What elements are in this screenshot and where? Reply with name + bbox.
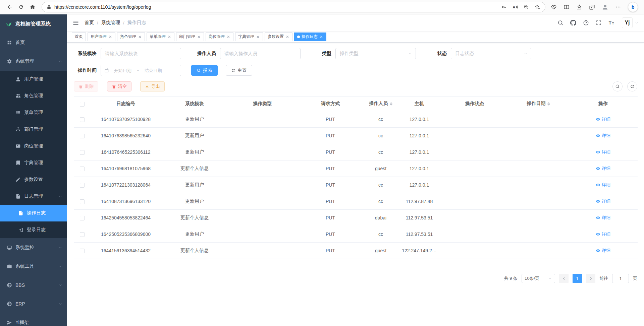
prev-page-button[interactable] (559, 274, 569, 283)
page-size-select[interactable]: 10条/页 (522, 274, 555, 283)
close-icon[interactable] (256, 35, 260, 39)
sidebar-item-sys-tools[interactable]: 系统工具 (0, 257, 67, 276)
fullscreen-icon[interactable] (596, 20, 602, 26)
sidebar-item-sys-monitor[interactable]: 系统监控 (0, 238, 67, 257)
row-checkbox[interactable] (80, 216, 85, 220)
detail-link[interactable]: 详细 (596, 215, 610, 221)
reset-button[interactable]: 重置 (226, 65, 252, 76)
breadcrumb-home[interactable]: 首页 (85, 20, 94, 26)
sidebar-item-yi-framework[interactable]: Yi框架 (0, 313, 67, 326)
browser-essentials-icon[interactable] (551, 4, 557, 10)
toggle-search-button[interactable] (612, 81, 623, 91)
browser-home-button[interactable] (27, 2, 38, 12)
read-aloud-icon[interactable] (512, 4, 518, 10)
row-checkbox[interactable] (80, 199, 85, 204)
row-checkbox[interactable] (80, 117, 85, 122)
col-operator-sortable[interactable]: 操作人员 (364, 96, 397, 111)
sidebar-item-post-mgmt[interactable]: 岗位管理 (0, 138, 67, 154)
detail-link[interactable]: 详细 (596, 166, 610, 172)
search-button[interactable]: 搜索 (191, 65, 218, 76)
goto-page-input[interactable] (612, 274, 629, 283)
close-icon[interactable] (197, 35, 201, 39)
breadcrumb-system-mgmt[interactable]: 系统管理 (101, 20, 120, 26)
delete-button[interactable]: 删除 (74, 81, 98, 91)
detail-link[interactable]: 详细 (596, 133, 610, 139)
detail-link[interactable]: 详细 (596, 198, 610, 204)
detail-link[interactable]: 详细 (596, 182, 610, 188)
date-start-input[interactable] (110, 68, 135, 73)
browser-refresh-button[interactable] (15, 2, 27, 12)
detail-link[interactable]: 详细 (596, 248, 610, 254)
browser-back-button[interactable] (4, 2, 15, 12)
row-checkbox[interactable] (80, 232, 85, 237)
row-checkbox[interactable] (80, 167, 85, 171)
status-select[interactable]: 日志状态 (451, 48, 531, 59)
address-bar[interactable]: https://ccnetcore.com:1101/system/log/op… (42, 2, 545, 12)
zoom-out-icon[interactable] (524, 4, 529, 10)
module-input[interactable] (101, 48, 181, 59)
filter-label-type: 类型 (313, 51, 331, 57)
close-icon[interactable] (319, 35, 323, 39)
browser-profile-avatar[interactable] (602, 4, 608, 10)
sidebar-item-role-mgmt[interactable]: 角色管理 (0, 87, 67, 104)
split-screen-icon[interactable] (564, 4, 570, 10)
operator-input[interactable] (220, 48, 301, 59)
sidebar-item-login-log[interactable]: 登录日志 (0, 221, 67, 238)
sidebar-item-home[interactable]: 首页 (0, 33, 67, 52)
date-range-picker[interactable]: - (101, 65, 181, 76)
tab-role-mgmt[interactable]: 角色管理 (117, 32, 145, 41)
detail-link[interactable]: 详细 (596, 231, 610, 237)
sidebar-item-bbs[interactable]: BBS (0, 276, 67, 295)
sidebar-item-dept-mgmt[interactable]: 部门管理 (0, 121, 67, 138)
tab-dept-mgmt[interactable]: 部门管理 (176, 32, 204, 41)
sidebar-item-param-settings[interactable]: 参数设置 (0, 171, 67, 188)
next-page-button[interactable] (586, 274, 595, 283)
font-size-icon[interactable] (608, 19, 615, 26)
github-icon[interactable] (570, 20, 576, 26)
date-end-input[interactable] (141, 68, 166, 73)
close-icon[interactable] (167, 35, 171, 39)
bing-copilot-icon[interactable] (628, 2, 638, 12)
close-icon[interactable] (285, 35, 289, 39)
favorites-icon[interactable] (576, 4, 582, 10)
sidebar-item-oper-log[interactable]: 操作日志 (0, 205, 67, 221)
col-date-sortable[interactable]: 操作日期 (508, 96, 569, 111)
sidebar-item-erp[interactable]: ERP (0, 295, 67, 313)
select-all-checkbox[interactable] (80, 102, 85, 107)
user-menu[interactable]: Yj (622, 17, 639, 28)
close-icon[interactable] (108, 35, 112, 39)
tab-param-settings[interactable]: 参数设置 (265, 32, 292, 41)
clear-button[interactable]: 清空 (107, 81, 131, 91)
row-checkbox[interactable] (80, 134, 85, 138)
tab-menu-mgmt[interactable]: 菜单管理 (147, 32, 174, 41)
tab-dict-mgmt[interactable]: 字典管理 (235, 32, 263, 41)
favorites-add-icon[interactable] (534, 4, 540, 10)
export-button[interactable]: 导出 (140, 81, 165, 91)
help-icon[interactable] (583, 20, 589, 26)
detail-link[interactable]: 详细 (596, 116, 610, 122)
type-select[interactable]: 操作类型 (335, 48, 416, 59)
collections-icon[interactable] (589, 4, 595, 10)
password-key-icon[interactable] (501, 4, 507, 10)
sidebar-item-system-mgmt[interactable]: 系统管理 (0, 52, 67, 71)
hamburger-icon[interactable] (72, 19, 79, 26)
tab-oper-log[interactable]: 操作日志 (294, 32, 326, 41)
tab-home[interactable]: 首页 (72, 32, 86, 41)
refresh-table-button[interactable] (627, 81, 637, 91)
sidebar-item-log-mgmt[interactable]: 日志管理 (0, 188, 67, 205)
row-checkbox[interactable] (80, 249, 85, 253)
user-icon (15, 76, 21, 82)
row-checkbox[interactable] (80, 183, 85, 188)
sidebar-item-menu-mgmt[interactable]: 菜单管理 (0, 104, 67, 121)
sidebar-item-user-mgmt[interactable]: 用户管理 (0, 71, 67, 87)
sidebar-item-dict-mgmt[interactable]: 字典管理 (0, 154, 67, 171)
row-checkbox[interactable] (80, 150, 85, 155)
page-1-button[interactable]: 1 (573, 274, 582, 283)
tab-user-mgmt[interactable]: 用户管理 (88, 32, 115, 41)
browser-settings-more-icon[interactable] (615, 4, 621, 10)
header-search-icon[interactable] (557, 20, 564, 26)
close-icon[interactable] (138, 35, 142, 39)
close-icon[interactable] (226, 35, 230, 39)
detail-link[interactable]: 详细 (596, 149, 610, 155)
tab-post-mgmt[interactable]: 岗位管理 (206, 32, 233, 41)
